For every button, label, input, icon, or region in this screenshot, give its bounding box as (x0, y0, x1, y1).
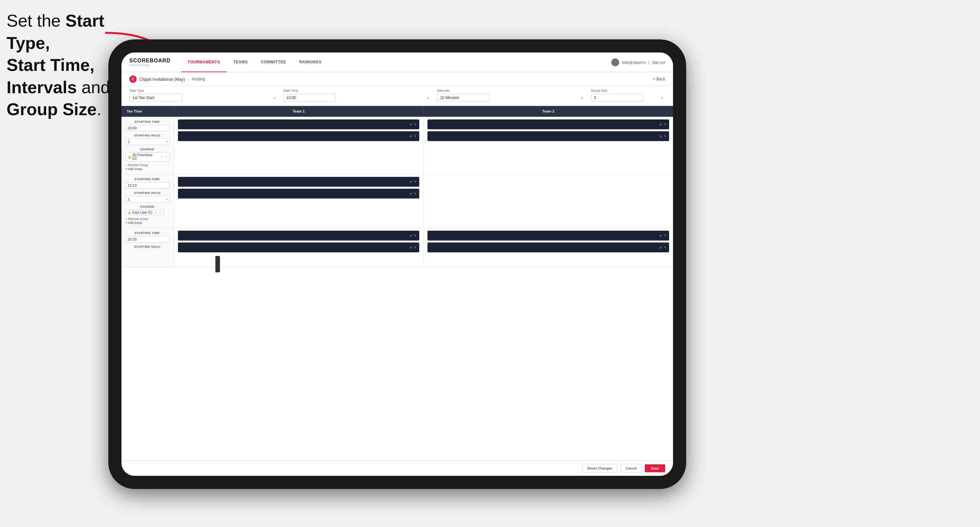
starting-time-label-2: STARTING TIME: (126, 178, 170, 181)
player-row-5-2: ✕ ✎ (178, 243, 419, 252)
nav-tabs: TOURNAMENTS TEAMS COMMITTEE RANKINGS (181, 52, 612, 72)
tee-time-col-1: STARTING TIME: 🕐 STARTING HOLE: 1 10 (121, 117, 174, 174)
starting-time-input-wrapper-2[interactable]: 🕐 (126, 182, 170, 189)
starting-time-input-2[interactable] (128, 183, 173, 187)
breadcrumb-tournament[interactable]: Clippd Invitational (May) (139, 77, 185, 82)
team1-col-3: ✕ ✎ ✕ ✎ (174, 228, 423, 267)
player-edit-2-1[interactable]: ✎ (664, 123, 667, 126)
tab-teams[interactable]: TEAMS (226, 52, 255, 72)
hole-select-wrapper-1: 1 10 (126, 138, 170, 145)
player-x-6-1[interactable]: ✕ (659, 234, 662, 238)
intervals-group: Intervals 10 Minutes 8 Minutes 12 Minute… (437, 89, 586, 102)
breadcrumb-separator: › (188, 77, 189, 82)
starting-time-input-wrapper-1[interactable]: 🕐 (126, 125, 170, 131)
group-section-2: STARTING TIME: 🕐 STARTING HOLE: 1 10 (121, 174, 673, 228)
course-edit-2[interactable]: ✎ (159, 211, 162, 214)
logo-area: SCOREBOARD Powered by clipp (129, 58, 171, 67)
action-bar: Reset Changes Cancel Save (121, 460, 673, 476)
save-button[interactable]: Save (645, 464, 665, 472)
reset-changes-button[interactable]: Reset Changes (582, 464, 617, 473)
player-x-1-1[interactable]: ✕ (409, 123, 412, 126)
nav-right: blair@clippd.io | Sign out (611, 59, 665, 66)
group-size-select[interactable]: 3 2 4 (591, 94, 643, 102)
th-team2: Team 2 (423, 106, 673, 116)
player-x-3-2[interactable]: ✕ (409, 192, 412, 195)
player-edit-6-2[interactable]: ✎ (664, 246, 667, 249)
hole-select-2[interactable]: 1 10 (126, 196, 170, 202)
starting-time-input-1[interactable] (128, 126, 173, 130)
player-row-6-1: ✕ ✎ (428, 231, 669, 241)
start-time-group: Start Time 10:00 09:00 11:00 (283, 89, 432, 102)
player-x-5-2[interactable]: ✕ (409, 246, 412, 249)
player-edit-1-1[interactable]: ✎ (414, 123, 417, 126)
add-group-btn-1[interactable]: + Add Group (126, 167, 170, 171)
start-type-select[interactable]: 1st Tee Start Shotgun Start (129, 94, 182, 102)
course-tag-1: ⛳ (A) Peachtree GC ✕ ✎ (126, 152, 170, 162)
course-icon-1: ⛳ (128, 156, 131, 159)
intervals-label: Intervals (437, 89, 586, 92)
player-edit-3-1[interactable]: ✎ (414, 180, 417, 183)
player-row-2-1: ✕ ✎ (428, 119, 669, 129)
player-edit-3-2[interactable]: ✎ (414, 192, 417, 195)
player-edit-2-2[interactable]: ✎ (664, 135, 667, 138)
starting-hole-label-1: STARTING HOLE: (126, 134, 170, 137)
player-x-5-1[interactable]: ✕ (409, 234, 412, 238)
starting-time-label-1: STARTING TIME: (126, 120, 170, 123)
bold-group-size: Group Size (6, 100, 97, 119)
tablet-side-button (215, 256, 220, 272)
player-x-2-1[interactable]: ✕ (659, 123, 662, 126)
player-row-5-1: ✕ ✎ (178, 231, 419, 241)
bold-start-type: Start Type, (6, 11, 104, 52)
course-label-2: COURSE: (126, 205, 170, 208)
starting-hole-label-2: STARTING HOLE: (126, 191, 170, 195)
intervals-select[interactable]: 10 Minutes 8 Minutes 12 Minutes (437, 94, 490, 102)
starting-time-label-3: STARTING TIME: (126, 231, 170, 235)
player-edit-1-2[interactable]: ✎ (414, 135, 417, 138)
course-remove-x-1[interactable]: ✕ (160, 155, 163, 159)
start-type-label: Start Type (129, 89, 278, 92)
logo-text: SCOREBOARD (129, 58, 171, 63)
cancel-button[interactable]: Cancel (620, 464, 641, 473)
player-x-6-2[interactable]: ✕ (659, 246, 662, 249)
tab-committee[interactable]: COMMITTEE (255, 52, 293, 72)
start-time-select[interactable]: 10:00 09:00 11:00 (283, 94, 336, 102)
hole-select-1[interactable]: 1 10 (126, 138, 170, 145)
logo-sub: Powered by clipp (129, 63, 171, 67)
remove-group-btn-1[interactable]: ○ Remove Group (126, 163, 170, 167)
player-row-3-1: ✕ ✎ (178, 177, 419, 187)
starting-time-input-3[interactable] (128, 237, 173, 241)
breadcrumb-logo: C (129, 75, 137, 83)
course-remove-x-2[interactable]: ✕ (154, 211, 157, 214)
user-email: blair@clippd.io (622, 60, 646, 64)
group-row-1: STARTING TIME: 🕐 STARTING HOLE: 1 10 (121, 117, 673, 174)
player-x-3-1[interactable]: ✕ (409, 180, 412, 184)
group-section-3: STARTING TIME: 🕐 STARTING HOLE: ✕ ✎ (121, 228, 673, 268)
table-area: Tee Time Team 1 Team 2 STARTING TIME: 🕐 … (121, 106, 673, 460)
player-edit-6-1[interactable]: ✎ (664, 234, 667, 237)
group-size-group: Group Size 3 2 4 (591, 89, 665, 102)
remove-group-btn-2[interactable]: ○ Remove Group (126, 217, 170, 221)
add-group-btn-2[interactable]: + Add Group (126, 221, 170, 224)
player-row-2-2: ✕ ✎ (428, 131, 669, 141)
team2-col-1: ✕ ✎ ✕ ✎ (423, 117, 673, 174)
player-edit-5-2[interactable]: ✎ (414, 246, 417, 249)
back-button[interactable]: < Back (653, 77, 665, 81)
start-type-group: Start Type 1st Tee Start Shotgun Start (129, 89, 278, 102)
player-edit-5-1[interactable]: ✎ (414, 234, 417, 237)
tab-rankings[interactable]: RANKINGS (293, 52, 328, 72)
controls-row: Start Type 1st Tee Start Shotgun Start S… (121, 86, 673, 106)
nav-bar: SCOREBOARD Powered by clipp TOURNAMENTS … (121, 52, 673, 72)
nav-separator: | (648, 60, 649, 64)
start-time-label: Start Time (283, 89, 432, 92)
player-x-1-2[interactable]: ✕ (409, 135, 412, 138)
team2-col-2 (423, 174, 673, 228)
starting-time-input-wrapper-3[interactable]: 🕐 (126, 236, 170, 243)
tab-tournaments[interactable]: TOURNAMENTS (181, 52, 227, 72)
player-x-2-2[interactable]: ✕ (659, 135, 662, 138)
breadcrumb: C Clippd Invitational (May) › Hosting (129, 75, 205, 83)
player-row-6-2: ✕ ✎ (428, 243, 669, 252)
sign-out-link[interactable]: Sign out (652, 60, 665, 64)
course-edit-1[interactable]: ✎ (165, 155, 167, 159)
course-actions-2: ○ Remove Group + Add Group (126, 217, 170, 224)
tablet-frame: SCOREBOARD Powered by clipp TOURNAMENTS … (108, 40, 686, 489)
